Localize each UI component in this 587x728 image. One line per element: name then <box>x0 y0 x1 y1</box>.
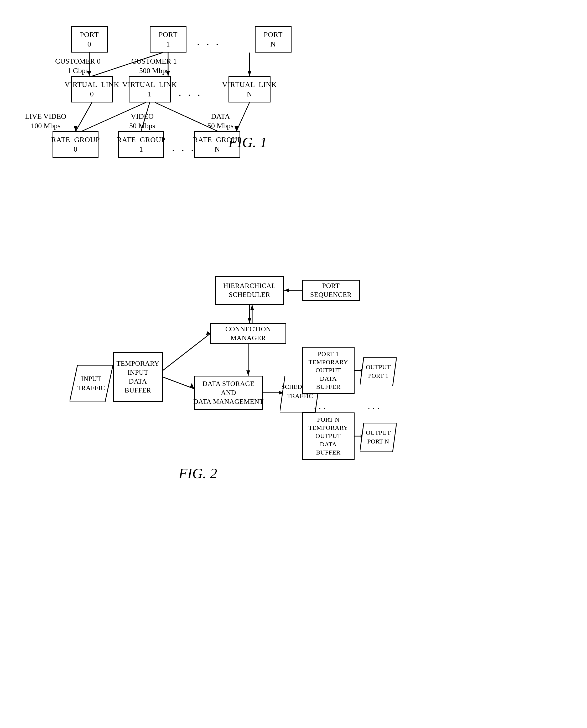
dots-rg: . . . <box>172 141 196 154</box>
rate-group-0-box: RATE GROUP 0 <box>52 131 98 158</box>
svg-text:PORT 1: PORT 1 <box>368 372 388 379</box>
svg-marker-21 <box>206 331 210 335</box>
svg-line-7 <box>76 103 92 131</box>
output-port1-shape: OUTPUT PORT 1 <box>360 357 397 387</box>
temp-input-buffer-box: TEMPORARY INPUT DATA BUFFER <box>113 352 163 402</box>
input-traffic-shape: INPUT TRAFFIC <box>70 365 113 403</box>
svg-marker-8 <box>74 126 77 131</box>
port-sequencer-label: PORT SEQUENCER <box>303 281 359 299</box>
data-storage-box: DATA STORAGE AND DATA MANAGEMENT <box>194 376 263 410</box>
port1-output-buffer-box: PORT 1 TEMPORARY OUTPUT DATA BUFFER <box>302 347 355 394</box>
port-0-box: PORT 0 <box>71 26 108 52</box>
rate-group-1-box: RATE GROUP 1 <box>118 131 164 158</box>
virtual-link-n-box: VIRTUAL LINK N <box>229 76 271 103</box>
svg-text:TRAFFIC: TRAFFIC <box>77 384 105 392</box>
output-portn-shape: OUTPUT PORT N <box>360 423 397 453</box>
rate-group-1-label: RATE GROUP 1 <box>117 135 165 154</box>
customer-0-label: CUSTOMER 01 Gbps <box>55 56 100 76</box>
svg-line-20 <box>163 334 210 370</box>
live-video-label: LIVE VIDEO100 Mbps <box>25 112 66 131</box>
svg-text:INPUT: INPUT <box>81 375 101 383</box>
svg-line-12 <box>236 103 250 131</box>
svg-marker-45 <box>360 423 397 452</box>
rate-group-0-label: RATE GROUP 0 <box>51 135 100 154</box>
virtual-link-1-label: VIRTUAL LINK 1 <box>122 80 177 99</box>
svg-marker-15 <box>284 289 289 292</box>
hierarchical-scheduler-label: HIERARCHICAL SCHEDULER <box>223 281 276 299</box>
fig1-label: FIG. 1 <box>229 134 267 151</box>
svg-text:PORT N: PORT N <box>368 438 389 445</box>
svg-marker-36 <box>70 365 113 402</box>
dots-ports: . . . <box>197 36 220 48</box>
port-0-label: PORT 0 <box>80 30 99 49</box>
data-storage-label: DATA STORAGE AND DATA MANAGEMENT <box>193 379 264 406</box>
virtual-link-1-box: VIRTUAL LINK 1 <box>129 76 171 103</box>
port-n-label: PORT N <box>264 30 283 49</box>
port-sequencer-box: PORT SEQUENCER <box>302 280 360 301</box>
svg-text:OUTPUT: OUTPUT <box>366 429 391 436</box>
svg-line-22 <box>163 377 194 389</box>
hierarchical-scheduler-box: HIERARCHICAL SCHEDULER <box>215 276 284 305</box>
dots-vl: . . . <box>179 86 202 98</box>
svg-marker-25 <box>246 370 250 376</box>
dots-output-right: . . . <box>368 401 379 412</box>
svg-marker-5 <box>248 71 251 76</box>
svg-marker-13 <box>235 126 238 131</box>
svg-marker-17 <box>248 318 251 323</box>
customer-1-label: CUSTOMER 1500 Mbps <box>131 56 177 76</box>
portn-output-buffer-box: PORT N TEMPORARY OUTPUT DATA BUFFER <box>302 412 355 460</box>
port-n-box: PORT N <box>255 26 291 52</box>
virtual-link-0-label: VIRTUAL LINK 0 <box>65 80 119 99</box>
video-label: VIDEO50 Mbps <box>129 112 155 131</box>
port1-output-buffer-label: PORT 1 TEMPORARY OUTPUT DATA BUFFER <box>308 350 348 391</box>
svg-marker-42 <box>360 357 397 386</box>
fig2-label: FIG. 2 <box>179 465 217 482</box>
svg-marker-19 <box>250 305 254 310</box>
connection-manager-label: CONNECTION MANAGER <box>211 325 285 343</box>
port-1-box: PORT 1 <box>150 26 186 52</box>
virtual-link-0-box: VIRTUAL LINK 0 <box>71 76 113 103</box>
dots-output-left: . . . <box>314 401 326 412</box>
connection-manager-box: CONNECTION MANAGER <box>210 323 286 344</box>
svg-text:OUTPUT: OUTPUT <box>366 364 391 370</box>
temp-input-buffer-label: TEMPORARY INPUT DATA BUFFER <box>116 359 159 394</box>
port-1-label: PORT 1 <box>159 30 178 49</box>
portn-output-buffer-label: PORT N TEMPORARY OUTPUT DATA BUFFER <box>308 416 348 457</box>
virtual-link-n-label: VIRTUAL LINK N <box>222 80 277 99</box>
data-label: DATA50 Mbps <box>208 112 234 131</box>
